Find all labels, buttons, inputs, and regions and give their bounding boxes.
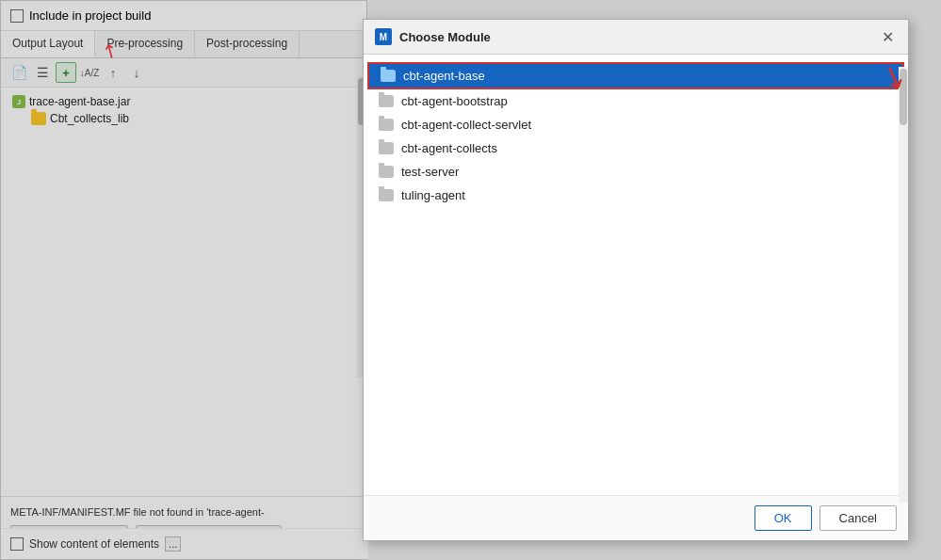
module-name-label: cbt-agent-bootstrap (401, 94, 508, 108)
module-list-item[interactable]: test-server (367, 160, 904, 184)
module-list-item[interactable]: cbt-agent-bootstrap (367, 89, 904, 113)
module-list: cbt-agent-basecbt-agent-bootstrapcbt-age… (364, 55, 908, 496)
module-folder-icon (381, 70, 396, 82)
module-icon: M (375, 28, 392, 45)
module-list-item[interactable]: tuling-agent (367, 184, 904, 207)
modal-scrollbar[interactable] (899, 67, 908, 503)
module-folder-icon (379, 166, 394, 178)
ok-button[interactable]: OK (754, 505, 812, 531)
module-name-label: cbt-agent-collect-servlet (401, 118, 531, 132)
module-name-label: tuling-agent (401, 188, 465, 202)
module-folder-icon (379, 119, 394, 131)
modal-header: M Choose Module ✕ (364, 20, 908, 55)
module-name-label: cbt-agent-base (403, 69, 485, 83)
cancel-button[interactable]: Cancel (819, 505, 897, 531)
choose-module-dialog: M Choose Module ✕ cbt-agent-basecbt-agen… (363, 19, 909, 541)
module-folder-icon (379, 189, 394, 201)
module-list-item[interactable]: cbt-agent-base (367, 62, 904, 89)
modal-scrollbar-thumb[interactable] (900, 69, 907, 125)
module-name-label: test-server (401, 165, 459, 179)
module-name-label: cbt-agent-collects (401, 141, 497, 155)
modal-close-button[interactable]: ✕ (878, 27, 897, 46)
module-list-item[interactable]: cbt-agent-collects (367, 136, 904, 160)
modal-title-row: M Choose Module (375, 28, 491, 45)
module-list-item[interactable]: cbt-agent-collect-servlet (367, 113, 904, 136)
module-folder-icon (379, 142, 394, 154)
modal-footer: OK Cancel (364, 496, 908, 540)
module-folder-icon (379, 95, 394, 107)
modal-title: Choose Module (399, 30, 491, 44)
